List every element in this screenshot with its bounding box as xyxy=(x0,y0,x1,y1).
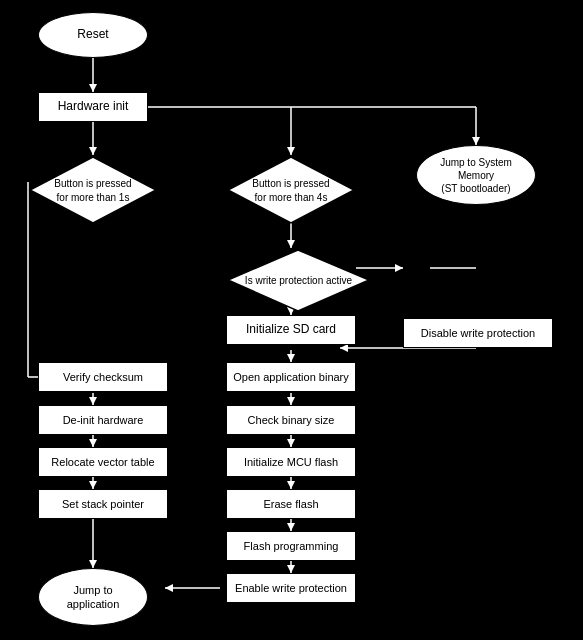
svg-marker-16 xyxy=(395,264,403,272)
hardware-init-node: Hardware init xyxy=(38,92,148,122)
disable-write-node: Disable write protection xyxy=(403,318,553,348)
jump-application-node: Jump to application xyxy=(38,568,148,626)
svg-marker-35 xyxy=(89,397,97,405)
flash-programming-node: Flash programming xyxy=(226,531,356,561)
set-stack-node: Set stack pointer xyxy=(38,489,168,519)
reset-node: Reset xyxy=(38,12,148,58)
svg-marker-3 xyxy=(89,147,97,155)
init-sd-node: Initialize SD card xyxy=(226,315,356,345)
svg-marker-23 xyxy=(287,397,295,405)
button-4s-node: Button is pressed for more than 4s xyxy=(226,155,356,225)
flowchart: Reset Hardware init Button is pressed fo… xyxy=(0,0,583,640)
svg-marker-11 xyxy=(287,240,295,248)
svg-marker-21 xyxy=(287,354,295,362)
svg-marker-41 xyxy=(89,560,97,568)
enable-write-node: Enable write protection xyxy=(226,573,356,603)
svg-marker-33 xyxy=(165,584,173,592)
svg-marker-6 xyxy=(287,147,295,155)
write-protection-node: Is write protection active xyxy=(226,248,371,313)
svg-marker-25 xyxy=(287,439,295,447)
verify-checksum-node: Verify checksum xyxy=(38,362,168,392)
svg-marker-27 xyxy=(287,481,295,489)
svg-marker-1 xyxy=(89,84,97,92)
init-mcu-node: Initialize MCU flash xyxy=(226,447,356,477)
deinit-hw-node: De-init hardware xyxy=(38,405,168,435)
erase-flash-node: Erase flash xyxy=(226,489,356,519)
open-binary-node: Open application binary xyxy=(226,362,356,392)
svg-marker-29 xyxy=(287,523,295,531)
svg-marker-19 xyxy=(340,344,348,352)
button-1s-node: Button is pressed for more than 1s xyxy=(28,155,158,225)
svg-marker-39 xyxy=(89,481,97,489)
svg-marker-37 xyxy=(89,439,97,447)
relocate-vector-node: Relocate vector table xyxy=(38,447,168,477)
svg-marker-31 xyxy=(287,565,295,573)
jump-system-node: Jump to System Memory (ST bootloader) xyxy=(416,145,536,205)
svg-marker-9 xyxy=(472,137,480,145)
check-binary-node: Check binary size xyxy=(226,405,356,435)
